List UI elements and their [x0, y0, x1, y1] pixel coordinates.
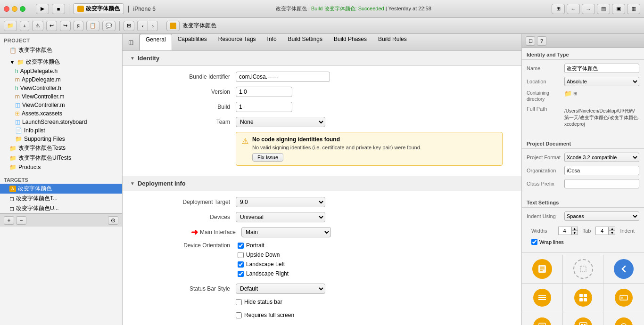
fix-issue-button[interactable]: Fix Issue: [252, 153, 283, 162]
right-indent-select[interactable]: Spaces: [564, 211, 639, 221]
tab-capabilities[interactable]: Capabilities: [172, 34, 213, 50]
tab-build-rules[interactable]: Build Rules: [372, 34, 413, 50]
tab-stepper-down[interactable]: ▼: [571, 231, 578, 235]
scheme-title[interactable]: 改变字体颜色: [73, 3, 124, 14]
tab-build-settings[interactable]: Build Settings: [282, 34, 328, 50]
right-format-select[interactable]: Xcode 3.2-compatible: [564, 153, 639, 162]
devices-select[interactable]: Universal: [236, 212, 325, 222]
quick-help-btn[interactable]: ?: [537, 36, 546, 46]
sidebar-file-appdelegate-h[interactable]: h AppDelegate.h: [0, 67, 122, 75]
comment-button[interactable]: 💬: [102, 21, 116, 31]
right-location-row: Location Absolute: [527, 77, 639, 86]
identity-form: Bundle Identifier Version Build Team Non…: [123, 66, 521, 176]
icon-btn-2[interactable]: [563, 255, 604, 283]
tab-resource-tags[interactable]: Resource Tags: [213, 34, 262, 50]
paste-button[interactable]: 📋: [86, 21, 99, 31]
sidebar-item-project[interactable]: 📋 改变字体颜色: [0, 45, 122, 55]
sidebar-file-infoplist[interactable]: 📄 Info.plist: [0, 126, 122, 135]
sidebar-file-root[interactable]: ▼ 📁 改变字体颜色: [0, 57, 122, 67]
identity-section-header[interactable]: ▼ Identity: [123, 51, 521, 66]
redo-button[interactable]: ↪: [60, 21, 71, 31]
main-interface-select[interactable]: Main: [241, 227, 331, 237]
right-name-input[interactable]: [564, 64, 639, 73]
nav-forward[interactable]: ›: [148, 21, 158, 31]
status-bar-select[interactable]: Default: [236, 284, 325, 294]
maximize-button[interactable]: [20, 6, 25, 12]
sidebar-file-supporting[interactable]: 📁 Supporting Files: [0, 135, 122, 143]
stop-button[interactable]: ■: [52, 4, 65, 14]
copy-button[interactable]: ⎘: [74, 21, 83, 31]
icon-btn-1[interactable]: [522, 255, 563, 283]
portrait-checkbox[interactable]: [238, 243, 244, 249]
tab-build-phases[interactable]: Build Phases: [328, 34, 372, 50]
indent-stepper-up[interactable]: ▲: [609, 227, 615, 231]
file-icon-btn[interactable]: [166, 21, 180, 31]
bundle-id-input[interactable]: [236, 72, 330, 82]
panel-center[interactable]: ▣: [612, 4, 625, 14]
back-button[interactable]: ←: [567, 4, 580, 14]
landscape-right-checkbox[interactable]: [238, 271, 244, 277]
editor-icon-btn[interactable]: ◫: [123, 34, 140, 50]
tab-info[interactable]: Info: [262, 34, 282, 50]
deployment-target-select[interactable]: 9.0: [236, 197, 325, 207]
add-button[interactable]: +: [20, 21, 29, 31]
panel-right[interactable]: ▥: [627, 4, 640, 14]
run-button[interactable]: ▶: [36, 4, 49, 14]
filter-button[interactable]: ⊙: [108, 216, 118, 225]
landscape-left-checkbox[interactable]: [238, 261, 244, 268]
portrait-label: Portrait: [246, 242, 264, 249]
upside-down-checkbox[interactable]: [238, 252, 244, 258]
file-inspector-btn[interactable]: ◻: [526, 36, 535, 46]
layout-button[interactable]: ⊞: [124, 21, 134, 31]
wrap-lines-checkbox[interactable]: [531, 239, 537, 245]
icon-btn-6[interactable]: [603, 284, 644, 312]
secondary-toolbar: 📁 + ⚠ ↩ ↪ ⎘ 📋 💬 ⊞ ‹ › 改变字体颜色: [0, 18, 644, 34]
sidebar-target-1[interactable]: ◻ 改变字体颜色T...: [0, 194, 122, 203]
sidebar-file-main-storyboard[interactable]: ◫ ViewController.m: [0, 101, 122, 109]
add-item-button[interactable]: +: [4, 216, 14, 225]
sidebar-file-tests[interactable]: 📁 改变字体颜色Tests: [0, 143, 122, 153]
hide-status-bar-checkbox[interactable]: [236, 299, 242, 305]
sidebar-file-uitests[interactable]: 📁 改变字体颜色UITests: [0, 153, 122, 163]
indent-stepper-down[interactable]: ▼: [609, 231, 615, 235]
deployment-section-header[interactable]: ▼ Deployment Info: [123, 176, 521, 191]
sidebar-file-products[interactable]: 📁 Products: [0, 163, 122, 171]
warning-button[interactable]: ⚠: [32, 21, 43, 31]
sidebar-file-viewcontroller-h[interactable]: h ViewController.h: [0, 84, 122, 92]
icon-btn-7[interactable]: [522, 312, 563, 325]
nav-back[interactable]: ‹: [137, 21, 148, 31]
icon-btn-8[interactable]: [563, 312, 604, 325]
remove-item-button[interactable]: −: [16, 216, 26, 225]
icon-btn-5[interactable]: [563, 284, 604, 312]
right-org-input[interactable]: [564, 166, 639, 175]
team-row: Team None: [141, 117, 503, 127]
sidebar-file-viewcontroller-m[interactable]: m ViewController.m: [0, 92, 122, 101]
right-prefix-input[interactable]: [564, 179, 639, 188]
dir-icon-btn[interactable]: ⊞: [573, 91, 577, 96]
sidebar-target-2[interactable]: ◻ 改变字体颜色U...: [0, 203, 122, 213]
tab-stepper-up[interactable]: ▲: [571, 227, 578, 231]
icon-btn-3[interactable]: [603, 255, 644, 283]
tab-general[interactable]: General: [140, 34, 172, 50]
version-input[interactable]: [236, 87, 292, 97]
forward-button[interactable]: →: [582, 4, 595, 14]
sidebar-file-appdelegate-m[interactable]: m AppDelegate.m: [0, 75, 122, 84]
right-location-select[interactable]: Absolute: [564, 77, 639, 86]
panel-left[interactable]: ▤: [597, 4, 610, 14]
undo-button[interactable]: ↩: [46, 21, 57, 31]
icon-btn-4[interactable]: [522, 284, 563, 312]
sidebar-file-launchscreen[interactable]: ◫ LaunchScreen.storyboard: [0, 118, 122, 126]
fullscreen-row: Requires full screen: [141, 312, 503, 320]
storyboard-icon2: ◫: [15, 119, 20, 125]
close-button[interactable]: [4, 6, 9, 12]
fullscreen-checkbox[interactable]: [236, 312, 242, 318]
svg-rect-7: [538, 299, 546, 300]
sidebar-file-assets[interactable]: ⊞ Assets.xcassets: [0, 109, 122, 118]
sidebar-target-0[interactable]: A 改变字体颜色: [0, 184, 122, 194]
team-select[interactable]: None: [236, 117, 325, 127]
icon-btn-9[interactable]: [603, 312, 644, 325]
minimize-button[interactable]: [12, 6, 17, 12]
folder-button[interactable]: 📁: [4, 21, 17, 31]
view-toggle-1[interactable]: ⊞: [552, 4, 565, 14]
build-input[interactable]: [236, 102, 292, 112]
